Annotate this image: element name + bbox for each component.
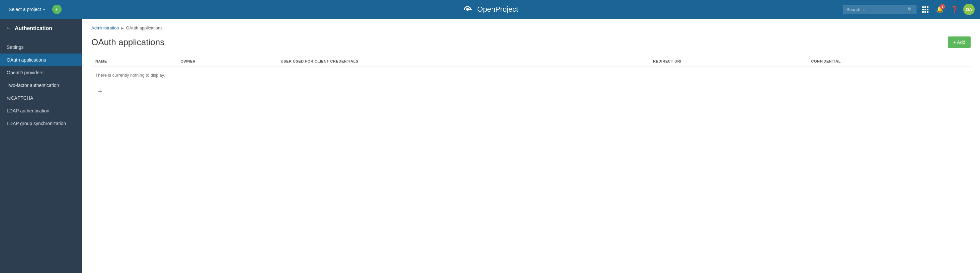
breadcrumb-separator: ▶: [121, 26, 124, 30]
project-selector-label: Select a project: [9, 7, 41, 12]
oauth-table: NAME OWNER USER USED FOR CLIENT CREDENTI…: [91, 56, 970, 83]
col-redirect-uri: REDIRECT URI: [649, 56, 807, 67]
col-confidential: CONFIDENTIAL: [807, 56, 970, 67]
sidebar-item-ldap-auth[interactable]: LDAP authentication: [0, 105, 82, 117]
main-content: Administration ▶ OAuth applications OAut…: [82, 19, 980, 273]
chevron-down-icon: ▾: [43, 8, 45, 11]
help-button[interactable]: ❓: [948, 3, 961, 15]
notification-badge: 3: [940, 4, 945, 10]
sidebar-title: Authentication: [15, 25, 52, 32]
sidebar-header: ← Authentication: [0, 19, 82, 38]
project-selector[interactable]: Select a project ▾: [5, 5, 48, 14]
sidebar-item-two-factor[interactable]: Two-factor authentication: [0, 79, 82, 92]
user-avatar[interactable]: OA: [963, 4, 975, 15]
notifications-button[interactable]: 🔔 3: [934, 3, 946, 15]
sidebar-item-openid-providers[interactable]: OpenID providers: [0, 66, 82, 79]
layout: ← Authentication Settings OAuth applicat…: [0, 19, 980, 273]
breadcrumb-admin-link[interactable]: Administration: [91, 25, 119, 30]
col-name: NAME: [91, 56, 177, 67]
breadcrumb-current: OAuth applications: [126, 25, 162, 30]
grid-menu-button[interactable]: [919, 3, 931, 15]
add-inline-button[interactable]: +: [95, 87, 105, 96]
table-header-row: NAME OWNER USER USED FOR CLIENT CREDENTI…: [91, 56, 970, 67]
sidebar: ← Authentication Settings OAuth applicat…: [0, 19, 82, 273]
nav-right: 🔍 🔔 3 ❓ OA: [843, 3, 975, 15]
col-user-credentials: USER USED FOR CLIENT CREDENTIALS: [277, 56, 649, 67]
add-button[interactable]: + Add: [948, 37, 970, 48]
help-icon: ❓: [951, 6, 958, 13]
search-icon: 🔍: [907, 7, 913, 12]
table-empty-row: There is currently nothing to display.: [91, 67, 970, 83]
sidebar-item-settings[interactable]: Settings: [0, 41, 82, 54]
grid-icon: [922, 6, 929, 13]
breadcrumb: Administration ▶ OAuth applications: [82, 19, 980, 34]
empty-message: There is currently nothing to display.: [91, 67, 970, 83]
user-initials: OA: [966, 7, 972, 12]
sidebar-nav: Settings OAuth applications OpenID provi…: [0, 38, 82, 132]
logo-icon: [462, 5, 474, 13]
search-box[interactable]: 🔍: [843, 5, 916, 14]
sidebar-back-button[interactable]: ←: [5, 25, 11, 32]
logo-text: OpenProject: [477, 5, 518, 14]
logo: OpenProject: [462, 5, 518, 14]
table-container: NAME OWNER USER USED FOR CLIENT CREDENTI…: [82, 56, 980, 96]
top-nav: Select a project ▾ + OpenProject 🔍 🔔 3: [0, 0, 980, 19]
page-header: OAuth applications + Add: [82, 34, 980, 56]
page-title: OAuth applications: [91, 37, 164, 48]
search-input[interactable]: [846, 7, 905, 12]
sidebar-item-recaptcha[interactable]: reCAPTCHA: [0, 92, 82, 105]
add-project-button[interactable]: +: [52, 5, 62, 14]
col-owner: OWNER: [177, 56, 277, 67]
sidebar-item-oauth-applications[interactable]: OAuth applications: [0, 54, 82, 66]
sidebar-item-ldap-group[interactable]: LDAP group synchronization: [0, 117, 82, 130]
